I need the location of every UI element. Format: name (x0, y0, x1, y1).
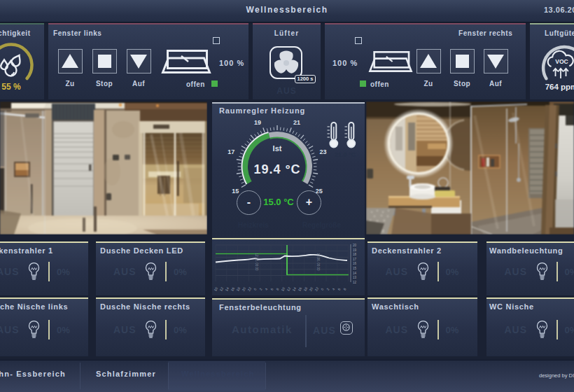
svg-text:10: 10 (214, 286, 218, 292)
svg-text:16: 16 (230, 286, 235, 292)
svg-text:4: 4 (264, 287, 269, 291)
svg-text:8: 8 (342, 287, 347, 291)
svg-text:20: 20 (308, 286, 314, 292)
svg-text:13: 13 (353, 276, 357, 279)
svg-text:20: 20 (353, 244, 357, 247)
svg-text:0: 0 (253, 287, 258, 291)
svg-text:14: 14 (291, 286, 297, 292)
svg-text:6: 6 (337, 287, 342, 291)
svg-text:14: 14 (353, 272, 357, 275)
svg-text:2: 2 (258, 287, 263, 291)
svg-text:12: 12 (286, 286, 291, 292)
svg-text:18: 18 (302, 286, 308, 292)
svg-text:15: 15 (232, 188, 239, 195)
svg-text:21: 21 (293, 119, 300, 126)
svg-text:2: 2 (326, 287, 330, 291)
svg-text:16: 16 (297, 286, 302, 292)
svg-text:20: 20 (241, 286, 246, 292)
svg-text:18: 18 (353, 253, 357, 256)
svg-text:16: 16 (353, 262, 357, 265)
svg-text:17: 17 (353, 258, 357, 261)
svg-text:22: 22 (314, 286, 319, 292)
svg-text:18: 18 (235, 286, 241, 292)
svg-text:12: 12 (218, 286, 224, 292)
svg-text:10: 10 (280, 286, 286, 292)
svg-text:19: 19 (254, 119, 261, 126)
svg-text:14: 14 (224, 286, 230, 292)
svg-text:12.06. 00:00: 12.06. 00:00 (255, 253, 258, 271)
svg-text:13.06. 00:00: 13.06. 00:00 (316, 253, 320, 271)
svg-text:6: 6 (270, 287, 274, 291)
svg-text:VOC: VOC (555, 58, 568, 65)
svg-text:4: 4 (331, 287, 336, 291)
svg-text:19: 19 (353, 248, 357, 252)
svg-text:8: 8 (275, 287, 280, 291)
svg-text:12: 12 (353, 281, 357, 284)
svg-text:0: 0 (320, 287, 325, 291)
svg-text:15: 15 (353, 267, 357, 270)
svg-text:17: 17 (227, 148, 234, 155)
svg-text:22: 22 (246, 286, 252, 292)
